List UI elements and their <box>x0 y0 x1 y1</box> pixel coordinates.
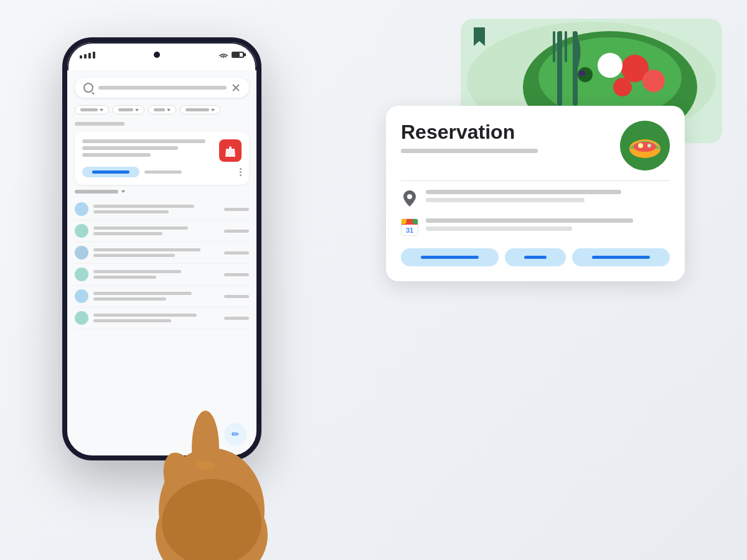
dot-3 <box>240 174 242 176</box>
view-details-label <box>421 256 479 259</box>
battery-icon <box>232 52 244 58</box>
svg-point-4 <box>192 411 219 485</box>
search-icon <box>83 83 93 93</box>
google-calendar-icon: 31 <box>401 218 418 236</box>
location-icon-wrapper <box>401 190 418 207</box>
add-to-cart-button[interactable] <box>82 167 139 177</box>
card-bottom <box>82 167 242 177</box>
call-button[interactable] <box>572 248 670 266</box>
reservation-title: Reservation <box>401 121 620 144</box>
signal-bar-2 <box>84 54 87 58</box>
avatar <box>75 224 88 238</box>
signal-bars <box>80 52 95 58</box>
button-label <box>92 170 129 174</box>
svg-point-14 <box>579 70 585 77</box>
row-title <box>93 226 188 230</box>
svg-point-0 <box>223 57 224 58</box>
card-title-line-3 <box>82 153 151 157</box>
svg-rect-18 <box>565 31 567 62</box>
map-button[interactable] <box>505 248 566 266</box>
row-badge <box>224 208 249 211</box>
right-panel: Reservation <box>386 31 710 207</box>
cal-corner-yellow <box>402 219 406 224</box>
phone-search-bar[interactable] <box>75 78 249 98</box>
phone-status-bar <box>80 47 244 62</box>
row-badge <box>224 273 249 276</box>
signal-bar-4 <box>93 52 95 58</box>
cal-corner-green <box>413 219 418 224</box>
reservation-actions <box>401 248 670 266</box>
row-title <box>93 248 200 251</box>
row-subtitle <box>93 254 175 257</box>
svg-rect-17 <box>553 31 555 62</box>
date-line-1 <box>426 218 633 223</box>
calendar-row: 31 <box>401 217 670 236</box>
dot-2 <box>240 171 242 173</box>
card-text <box>82 139 219 160</box>
list-item[interactable] <box>75 242 249 264</box>
svg-point-25 <box>647 144 651 147</box>
row-badge <box>224 295 249 298</box>
row-subtitle <box>93 210 169 213</box>
chevron-down-icon <box>211 109 215 111</box>
list-item[interactable] <box>75 220 249 242</box>
sort-label <box>75 122 125 126</box>
calendar-day: 31 <box>406 226 413 234</box>
card-title-line-1 <box>82 139 205 143</box>
food-logo-svg <box>620 121 670 170</box>
location-line-1 <box>426 190 621 194</box>
wifi-icon <box>218 52 229 58</box>
list-item[interactable] <box>75 198 249 220</box>
row-badge <box>224 230 249 233</box>
shopping-bag-icon <box>219 139 242 162</box>
svg-point-15 <box>598 53 622 78</box>
filter-chips-row <box>75 105 249 114</box>
svg-point-12 <box>613 78 632 96</box>
signal-bar-1 <box>80 55 82 58</box>
row-subtitle <box>93 232 162 235</box>
chevron-down-icon <box>167 109 171 111</box>
section-header <box>75 190 249 194</box>
reservation-card: Reservation <box>386 106 685 281</box>
row-title <box>93 292 192 295</box>
hand-svg <box>137 299 286 560</box>
row-content <box>93 270 219 279</box>
more-options-icon[interactable] <box>240 168 242 176</box>
avatar <box>75 289 88 303</box>
location-line-2 <box>426 198 585 202</box>
dot-1 <box>240 168 242 170</box>
row-badge <box>224 251 249 254</box>
svg-point-11 <box>642 70 665 92</box>
card-top <box>82 139 242 162</box>
chevron-down-icon <box>135 109 139 111</box>
filter-chip-3[interactable] <box>148 105 176 114</box>
battery-area <box>218 52 244 58</box>
row-content <box>93 248 219 257</box>
filter-chip-2[interactable] <box>113 105 144 114</box>
close-icon[interactable] <box>232 83 240 92</box>
restaurant-logo <box>620 121 670 170</box>
date-info <box>426 217 670 231</box>
location-info <box>426 189 670 202</box>
avatar <box>75 268 88 281</box>
filter-chip-1[interactable] <box>75 105 109 114</box>
filter-chip-4[interactable] <box>180 105 220 114</box>
bookmark-icon <box>472 27 487 47</box>
row-content <box>93 226 219 235</box>
map-label <box>524 256 546 259</box>
cal-date-area: 31 <box>402 225 418 235</box>
calendar-icon-wrapper: 31 <box>401 218 418 236</box>
svg-point-23 <box>634 142 656 152</box>
divider-1 <box>401 180 670 181</box>
search-text-display <box>98 86 227 90</box>
row-content <box>93 205 219 213</box>
view-details-button[interactable] <box>401 248 499 266</box>
card-title-line-2 <box>82 146 178 150</box>
list-item[interactable] <box>75 264 249 286</box>
avatar <box>75 311 88 325</box>
avatar <box>75 202 88 216</box>
row-title <box>93 205 194 208</box>
chevron-down-icon <box>121 190 125 193</box>
date-line-2 <box>426 226 572 231</box>
svg-point-6 <box>196 460 215 470</box>
